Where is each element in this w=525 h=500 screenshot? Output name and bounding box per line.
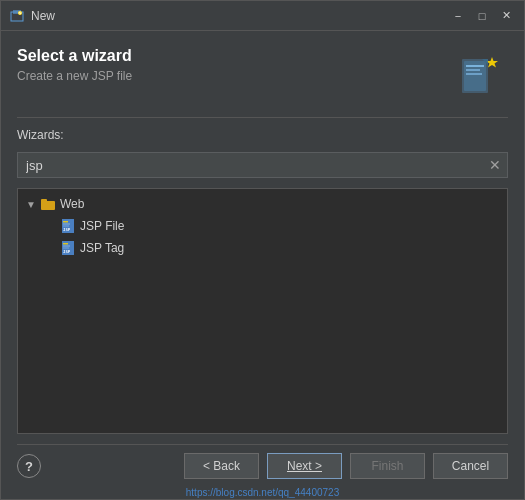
svg-text:JSP: JSP <box>63 249 71 254</box>
dialog-content: Select a wizard Create a new JSP file <box>1 31 524 499</box>
svg-rect-5 <box>466 65 484 67</box>
next-button[interactable]: Next > <box>267 453 342 479</box>
svg-rect-12 <box>63 224 70 225</box>
maximize-button[interactable]: □ <box>472 6 492 26</box>
tree-item-jsp-file[interactable]: JSP JSP File <box>18 215 507 237</box>
dialog-subtitle: Create a new JSP file <box>17 69 132 83</box>
tree-item-web[interactable]: ▼ Web <box>18 193 507 215</box>
file-icon-jsp-tag: JSP <box>60 240 76 256</box>
title-bar-controls: − □ ✕ <box>448 6 516 26</box>
cancel-button[interactable]: Cancel <box>433 453 508 479</box>
wizard-graphic <box>448 47 508 107</box>
search-clear-button[interactable]: ✕ <box>487 158 503 172</box>
new-wizard-dialog: New − □ ✕ Select a wizard Create a new J… <box>0 0 525 500</box>
svg-rect-17 <box>63 246 70 247</box>
wizards-label: Wizards: <box>17 128 508 142</box>
dialog-buttons: ? < Back Next > Finish Cancel <box>17 444 508 483</box>
header-section: Select a wizard Create a new JSP file <box>17 47 508 118</box>
header-text: Select a wizard Create a new JSP file <box>17 47 132 83</box>
close-button[interactable]: ✕ <box>496 6 516 26</box>
tree-item-jsp-tag[interactable]: JSP JSP Tag <box>18 237 507 259</box>
folder-icon-web <box>40 196 56 212</box>
wizards-search-input[interactable] <box>22 158 487 173</box>
minimize-button[interactable]: − <box>448 6 468 26</box>
title-bar-title: New <box>31 9 448 23</box>
watermark: https://blog.csdn.net/qq_44400723 <box>0 487 525 498</box>
title-bar-icon <box>9 8 25 24</box>
svg-rect-6 <box>466 69 480 71</box>
svg-rect-16 <box>63 243 68 245</box>
tree-label-jsp-file: JSP File <box>80 219 124 233</box>
tree-label-jsp-tag: JSP Tag <box>80 241 124 255</box>
tree-toggle-web: ▼ <box>26 199 40 210</box>
wizard-tree[interactable]: ▼ Web JSP <box>17 188 508 434</box>
help-button[interactable]: ? <box>17 454 41 478</box>
svg-rect-7 <box>466 73 482 75</box>
svg-text:JSP: JSP <box>63 227 71 232</box>
finish-button[interactable]: Finish <box>350 453 425 479</box>
svg-rect-11 <box>63 221 68 223</box>
dialog-title: Select a wizard <box>17 47 132 65</box>
file-icon-jsp: JSP <box>60 218 76 234</box>
title-bar: New − □ ✕ <box>1 1 524 31</box>
back-button[interactable]: < Back <box>184 453 259 479</box>
search-row: ✕ <box>17 152 508 178</box>
tree-label-web: Web <box>60 197 84 211</box>
